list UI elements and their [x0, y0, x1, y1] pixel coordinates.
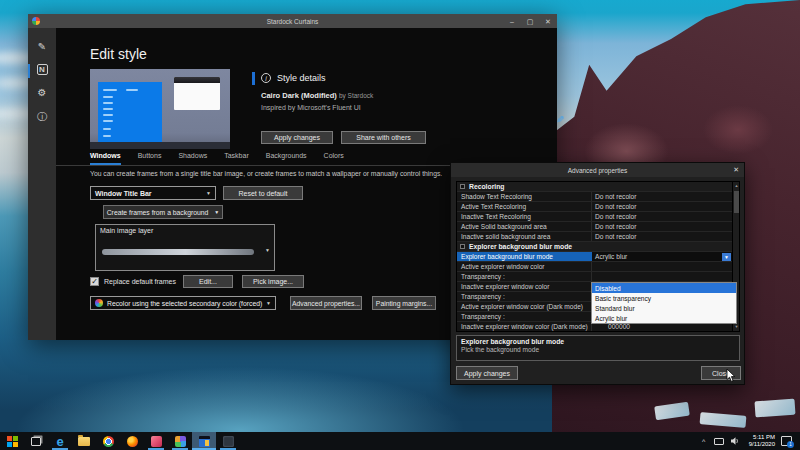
advanced-properties-dialog: Advanced properties ✕ Recoloring Shadow …: [450, 162, 745, 385]
style-description: Inspired by Microsoft's Fluent UI: [261, 104, 361, 111]
dropdown-option-basic-transparency[interactable]: Basic transparency: [592, 293, 736, 303]
property-description-box: Explorer background blur mode Pick the b…: [456, 335, 740, 361]
curtains-icon: [199, 436, 210, 447]
tab-bar: Windows Buttons Shadows Taskbar Backgrou…: [90, 152, 344, 165]
painting-margins-button[interactable]: Painting margins...: [372, 296, 436, 310]
create-frames-label: Create frames from a background: [107, 209, 209, 216]
main-image-layer-box[interactable]: Main image layer ▼: [95, 224, 275, 271]
style-editor-icon[interactable]: ✎: [36, 40, 49, 53]
blur-mode-dropdown-popup: Disabled Basic transparency Standard blu…: [591, 282, 737, 324]
action-center-icon[interactable]: 1: [781, 436, 792, 446]
wallpaper-ice: [754, 399, 795, 418]
property-row[interactable]: Active Solid background areaDo not recol…: [457, 222, 739, 232]
sidebar-active-indicator: [28, 64, 30, 78]
dialog-close-icon[interactable]: ✕: [733, 163, 739, 177]
start-button[interactable]: [0, 432, 24, 450]
scroll-down-icon[interactable]: ▼: [733, 323, 740, 331]
recolor-mode-dropdown[interactable]: Recolor using the selected secondary col…: [90, 296, 276, 310]
dropdown-option-standard-blur[interactable]: Standard blur: [592, 303, 736, 313]
tab-taskbar[interactable]: Taskbar: [224, 152, 249, 165]
tab-description: You can create frames from a single titl…: [90, 170, 442, 177]
taskbar-clock[interactable]: 5:11 PM 9/11/2020: [749, 434, 775, 448]
chevron-down-icon: ▼: [214, 209, 219, 215]
collapse-icon[interactable]: [460, 184, 465, 189]
reset-default-button[interactable]: Reset to default: [223, 186, 303, 200]
colorful-app-icon: [175, 436, 186, 447]
network-icon[interactable]: [714, 438, 724, 445]
taskbar-curtains-active[interactable]: [192, 432, 216, 450]
apply-changes-button[interactable]: Apply changes: [261, 131, 333, 144]
layer-label: Main image layer: [100, 227, 153, 234]
task-view-button[interactable]: [24, 432, 48, 450]
property-grid: Recoloring Shadow Text RecoloringDo not …: [456, 181, 740, 332]
chevron-down-icon[interactable]: ▼: [265, 247, 270, 253]
group-label: Recoloring: [469, 183, 505, 190]
color-wheel-icon: [95, 299, 103, 307]
property-row[interactable]: Shadow Text RecoloringDo not recolor: [457, 192, 739, 202]
details-accent-bar: [252, 72, 255, 85]
window-titlebar[interactable]: Stardock Curtains – ▢ ✕: [28, 14, 557, 28]
tray-expand-icon[interactable]: ^: [697, 438, 711, 445]
dialog-apply-button[interactable]: Apply changes: [456, 366, 518, 380]
info-icon[interactable]: ⓘ: [36, 110, 49, 123]
news-icon[interactable]: N: [37, 64, 48, 75]
tab-buttons[interactable]: Buttons: [138, 152, 162, 165]
titlebar-image-preview: [102, 249, 254, 255]
dropdown-option-acrylic-blur[interactable]: Acrylic blur: [592, 313, 736, 323]
group-label: Explorer background blur mode: [469, 243, 572, 250]
taskbar-app-colorful[interactable]: [168, 432, 192, 450]
taskbar-file-explorer[interactable]: [72, 432, 96, 450]
property-group[interactable]: Explorer background blur mode: [457, 242, 739, 252]
taskbar-firefox[interactable]: [120, 432, 144, 450]
scroll-up-icon[interactable]: ▲: [733, 182, 740, 190]
desktop: Stardock Curtains – ▢ ✕ ✎ N ⚙ ⓘ Edit sty…: [0, 0, 800, 450]
pick-image-button[interactable]: Pick image...: [242, 275, 304, 288]
taskbar-edge[interactable]: e: [48, 432, 72, 450]
property-row[interactable]: Transparency :: [457, 272, 739, 282]
property-row[interactable]: Active explorer window color: [457, 262, 739, 272]
style-info-icon: i: [261, 73, 271, 83]
part-selector-value: Window Title Bar: [95, 190, 152, 197]
tab-colors[interactable]: Colors: [324, 152, 344, 165]
dialog-titlebar[interactable]: Advanced properties ✕: [451, 163, 744, 177]
dialog-title: Advanced properties: [568, 167, 628, 174]
taskbar-app-pink[interactable]: [144, 432, 168, 450]
volume-icon[interactable]: [730, 436, 740, 446]
collapse-icon[interactable]: [460, 244, 465, 249]
property-row[interactable]: Inactive Text RecoloringDo not recolor: [457, 212, 739, 222]
preview-app-window: [174, 77, 220, 110]
sidebar: ✎ N ⚙ ⓘ: [28, 28, 56, 340]
replace-frames-checkbox[interactable]: ✓: [90, 277, 99, 286]
system-tray: ^ 5:11 PM 9/11/2020 1: [697, 432, 800, 450]
clock-date: 9/11/2020: [749, 441, 775, 448]
tab-shadows[interactable]: Shadows: [178, 152, 207, 165]
dropdown-option-disabled[interactable]: Disabled: [592, 283, 736, 293]
property-description-title: Explorer background blur mode: [461, 338, 735, 345]
part-selector-dropdown[interactable]: Window Title Bar ▼: [90, 186, 216, 200]
advanced-properties-button[interactable]: Advanced properties...: [290, 296, 362, 310]
gear-icon[interactable]: ⚙: [36, 86, 49, 99]
tab-windows[interactable]: Windows: [90, 152, 121, 165]
style-preview-thumbnail[interactable]: [90, 69, 230, 149]
edit-pencil-icon[interactable]: ✎: [556, 114, 564, 125]
chrome-icon: [103, 436, 114, 447]
chevron-down-icon: ▼: [266, 300, 271, 306]
combo-dropdown-button[interactable]: ▼: [722, 253, 731, 261]
share-button[interactable]: Share with others: [341, 131, 426, 144]
page-title: Edit style: [90, 46, 147, 62]
property-row[interactable]: Active Text RecoloringDo not recolor: [457, 202, 739, 212]
style-name-text: Cairo Dark (Modified): [261, 91, 337, 100]
property-row-selected[interactable]: Explorer background blur mode Acrylic bl…: [457, 252, 739, 262]
scrollbar-thumb[interactable]: [734, 191, 739, 213]
window-title: Stardock Curtains: [28, 18, 557, 25]
property-row[interactable]: Inactive solid background areaDo not rec…: [457, 232, 739, 242]
firefox-icon: [127, 436, 138, 447]
create-frames-button[interactable]: Create frames from a background ▼: [103, 205, 223, 219]
clock-time: 5:11 PM: [749, 434, 775, 441]
property-group[interactable]: Recoloring: [457, 182, 739, 192]
tab-backgrounds[interactable]: Backgrounds: [266, 152, 307, 165]
taskbar-chrome[interactable]: [96, 432, 120, 450]
edit-button[interactable]: Edit...: [183, 275, 233, 288]
preview-settings-window: [98, 82, 162, 142]
taskbar-app-dark[interactable]: [216, 432, 240, 450]
